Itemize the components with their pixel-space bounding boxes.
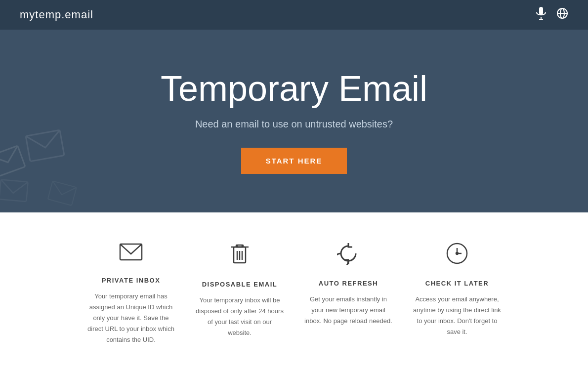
feature-private-inbox-title: PRIVATE INBOX <box>86 277 175 284</box>
hero-decoration <box>0 117 89 212</box>
hero-section: Temporary Email Need an email to use on … <box>0 30 588 212</box>
header: mytemp.email <box>0 0 588 30</box>
envelope-icon <box>86 242 175 267</box>
features-section: PRIVATE INBOX Your temporary email has a… <box>0 212 588 372</box>
feature-private-inbox-desc: Your temporary email has assigned an Uni… <box>86 291 175 345</box>
refresh-icon <box>304 242 393 270</box>
feature-disposable-email: DISPOSABLE EMAIL Your temporary inbox wi… <box>185 242 294 345</box>
globe-icon[interactable] <box>556 7 568 22</box>
feature-auto-refresh: AUTO REFRESH Get your emails instantly i… <box>294 242 403 345</box>
feature-check-later-desc: Access your email anywhere, anytime by u… <box>413 294 502 337</box>
trash-icon <box>195 242 284 271</box>
feature-disposable-email-desc: Your temporary inbox will be disposed of… <box>195 295 284 338</box>
svg-rect-9 <box>48 181 77 206</box>
header-icons <box>536 7 568 23</box>
svg-rect-7 <box>26 130 64 161</box>
svg-rect-0 <box>539 7 543 15</box>
hero-title: Temporary Email <box>161 68 427 109</box>
feature-check-later: CHECK IT LATER Access your email anywher… <box>403 242 511 345</box>
svg-point-22 <box>456 252 458 254</box>
feature-disposable-email-title: DISPOSABLE EMAIL <box>195 281 284 288</box>
feature-auto-refresh-title: AUTO REFRESH <box>304 280 393 287</box>
hero-subtitle: Need an email to use on untrusted websit… <box>195 119 393 130</box>
feature-auto-refresh-desc: Get your emails instantly in your new te… <box>304 294 393 327</box>
start-button[interactable]: START HERE <box>241 148 347 174</box>
feature-private-inbox: PRIVATE INBOX Your temporary email has a… <box>77 242 185 345</box>
mic-icon[interactable] <box>536 7 546 23</box>
clock-icon <box>413 242 502 270</box>
feature-check-later-title: CHECK IT LATER <box>413 280 502 287</box>
logo: mytemp.email <box>20 8 93 21</box>
